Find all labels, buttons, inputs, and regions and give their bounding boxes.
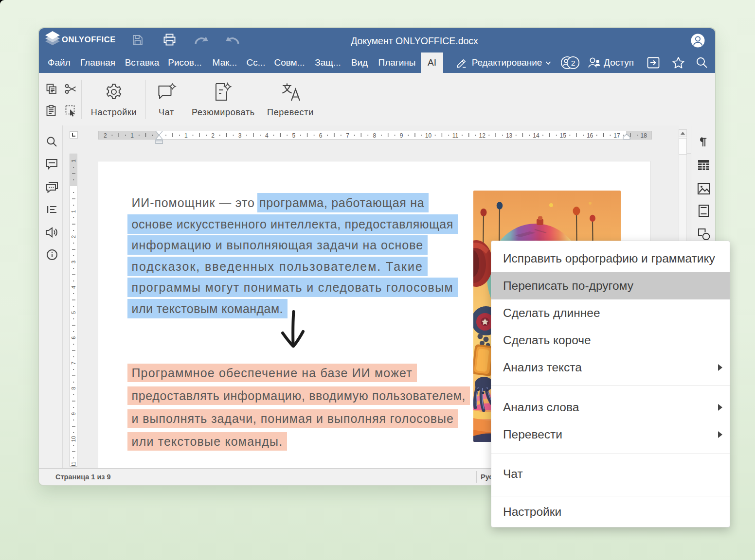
svg-text:2: 2 (211, 132, 215, 139)
svg-text:3: 3 (71, 261, 76, 263)
svg-text:1: 1 (184, 132, 188, 139)
svg-text:5: 5 (71, 311, 76, 314)
svg-text:8: 8 (71, 387, 76, 390)
svg-text:16: 16 (587, 132, 593, 139)
svg-text:12: 12 (479, 132, 486, 139)
svg-text:10: 10 (425, 132, 432, 139)
svg-text:9: 9 (71, 412, 76, 415)
svg-text:17: 17 (613, 132, 620, 139)
svg-text:3: 3 (238, 132, 242, 139)
svg-text:7: 7 (346, 132, 349, 139)
svg-text:9: 9 (400, 132, 403, 139)
svg-text:2: 2 (571, 59, 575, 67)
svg-text:1: 1 (130, 132, 134, 139)
svg-text:18: 18 (641, 132, 647, 139)
svg-text:1: 1 (71, 159, 76, 162)
svg-text:2: 2 (104, 132, 107, 139)
svg-text:7: 7 (71, 362, 76, 365)
svg-text:4: 4 (71, 286, 76, 289)
svg-text:5: 5 (292, 132, 295, 139)
svg-text:8: 8 (373, 132, 376, 139)
svg-text:1: 1 (71, 210, 76, 213)
svg-text:11: 11 (71, 461, 76, 467)
svg-text:10: 10 (71, 436, 76, 442)
svg-text:4: 4 (265, 132, 269, 139)
svg-text:11: 11 (452, 132, 459, 139)
svg-text:6: 6 (319, 132, 323, 139)
svg-text:6: 6 (71, 336, 76, 339)
svg-text:15: 15 (560, 132, 567, 139)
svg-text:14: 14 (533, 132, 539, 139)
svg-text:2: 2 (71, 235, 76, 238)
svg-text:13: 13 (506, 132, 513, 139)
